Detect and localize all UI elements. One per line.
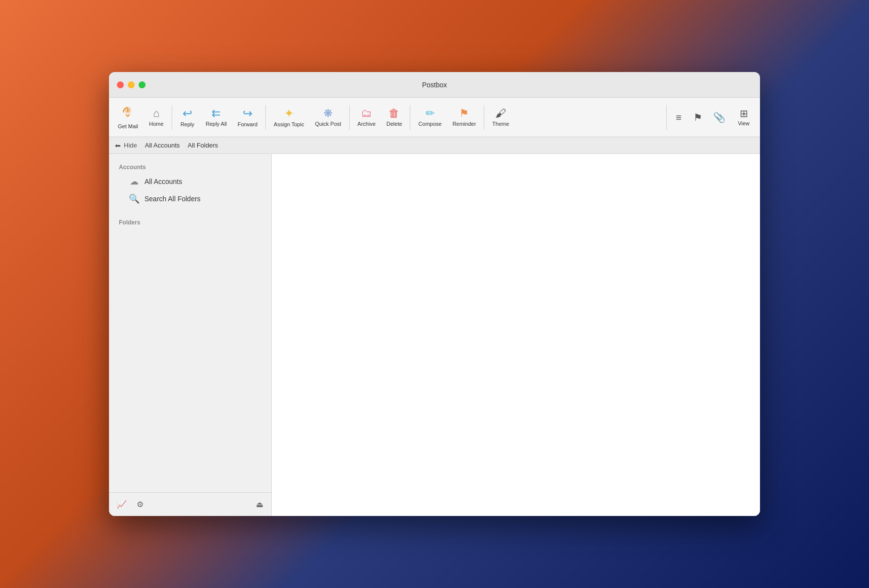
breadcrumb-bar: ⬅ Hide All Accounts All Folders	[109, 137, 760, 154]
reply-all-icon: ⇇	[212, 108, 220, 119]
close-button[interactable]	[117, 81, 124, 88]
reminder-icon: ⚑	[459, 108, 469, 119]
theme-icon: 🖌	[495, 108, 506, 119]
toolbar-theme[interactable]: 🖌 Theme	[487, 106, 514, 129]
archive-label: Archive	[358, 121, 376, 127]
toolbar-delete[interactable]: 🗑 Delete	[382, 106, 407, 129]
sidebar-item-search-all-folders[interactable]: 🔍 Search All Folders	[113, 190, 267, 207]
app-window: Postbox ⬇ Get Mail ⌂ Home ↩	[109, 72, 760, 516]
settings-icon: ⚙	[137, 500, 144, 509]
search-icon: 🔍	[129, 193, 140, 204]
window-title: Postbox	[422, 81, 447, 89]
delete-icon: 🗑	[389, 108, 399, 119]
filter-settings-button[interactable]: ⚙	[135, 498, 145, 511]
delete-label: Delete	[387, 121, 402, 127]
hide-arrow-icon: ⬅	[115, 142, 121, 149]
toolbar-view[interactable]: ⊞ View	[731, 107, 756, 128]
quick-post-label: Quick Post	[315, 121, 341, 127]
flag-toolbar-icon: ⚑	[693, 112, 702, 122]
main-area: Accounts ☁ All Accounts 🔍 Search All Fol…	[109, 154, 760, 516]
toolbar-get-mail[interactable]: ⬇ Get Mail	[113, 104, 143, 131]
toolbar-sep-5	[484, 105, 484, 130]
quick-post-icon: ❋	[324, 108, 332, 119]
toolbar-assign-topic[interactable]: ✦ Assign Topic	[269, 106, 309, 129]
toolbar-sep-1	[172, 105, 172, 130]
assign-topic-label: Assign Topic	[274, 121, 304, 127]
breadcrumb-all-folders[interactable]: All Folders	[188, 142, 218, 149]
folders-section-label: Folders	[109, 215, 271, 228]
cloud-icon: ☁	[129, 176, 140, 187]
activity-button[interactable]: 📈	[115, 498, 129, 511]
hide-label: Hide	[124, 142, 137, 149]
all-accounts-label: All Accounts	[145, 178, 182, 185]
compose-icon: ✏	[426, 108, 434, 119]
reply-all-label: Reply All	[206, 121, 227, 127]
accounts-section-label: Accounts	[109, 160, 271, 173]
toolbar-sep-right	[666, 105, 667, 130]
theme-label: Theme	[492, 121, 509, 127]
sidebar-item-all-accounts[interactable]: ☁ All Accounts	[113, 173, 267, 190]
reply-icon: ↩	[182, 108, 192, 119]
get-mail-icon: ⬇	[121, 106, 135, 121]
toolbar-home[interactable]: ⌂ Home	[144, 106, 169, 129]
minimize-button[interactable]	[128, 81, 135, 88]
signout-icon: ⏏	[256, 500, 263, 509]
toolbar-reply-all[interactable]: ⇇ Reply All	[201, 106, 232, 129]
toolbar-quick-post[interactable]: ❋ Quick Post	[310, 106, 346, 129]
reply-label: Reply	[181, 121, 194, 127]
toolbar-sep-4	[410, 105, 410, 130]
archive-icon: 🗂	[361, 108, 372, 119]
svg-text:⬇: ⬇	[126, 108, 130, 113]
forward-label: Forward	[238, 121, 257, 127]
reminder-label: Reminder	[452, 121, 476, 127]
view-icon: ⊞	[740, 109, 748, 118]
maximize-button[interactable]	[139, 81, 145, 88]
toolbar-compose[interactable]: ✏ Compose	[413, 106, 446, 129]
home-icon: ⌂	[153, 108, 159, 119]
assign-topic-icon: ✦	[284, 108, 294, 119]
toolbar-right: ≡ ⚑ 📎 ⊞ View	[664, 105, 756, 130]
toolbar-reply[interactable]: ↩ Reply	[175, 106, 200, 129]
menu-icon: ≡	[676, 112, 682, 122]
toolbar-archive[interactable]: 🗂 Archive	[353, 106, 381, 129]
toolbar-sep-3	[349, 105, 350, 130]
search-all-folders-label: Search All Folders	[145, 195, 201, 203]
hide-button[interactable]: ⬅ Hide	[115, 142, 137, 149]
sidebar: Accounts ☁ All Accounts 🔍 Search All Fol…	[109, 154, 272, 516]
toolbar-clip[interactable]: 📎	[708, 110, 730, 124]
titlebar: Postbox	[109, 72, 760, 98]
content-pane	[272, 154, 760, 516]
clip-icon: 📎	[713, 112, 725, 122]
breadcrumb-all-accounts[interactable]: All Accounts	[145, 142, 180, 149]
toolbar-menu[interactable]: ≡	[670, 110, 688, 124]
window-controls	[117, 81, 145, 88]
compose-label: Compose	[418, 121, 441, 127]
toolbar-forward[interactable]: ↪ Forward	[233, 106, 262, 129]
forward-icon: ↪	[243, 108, 253, 119]
toolbar-reminder[interactable]: ⚑ Reminder	[447, 106, 481, 129]
activity-icon: 📈	[117, 500, 127, 509]
signout-button[interactable]: ⏏	[254, 498, 265, 511]
sidebar-content: Accounts ☁ All Accounts 🔍 Search All Fol…	[109, 154, 271, 492]
sidebar-bottom: 📈 ⚙ ⏏	[109, 492, 271, 516]
toolbar: ⬇ Get Mail ⌂ Home ↩ Reply ⇇ Reply All ↪ …	[109, 98, 760, 137]
view-label: View	[738, 120, 750, 126]
toolbar-sep-2	[265, 105, 266, 130]
toolbar-flag[interactable]: ⚑	[688, 110, 707, 124]
home-label: Home	[149, 121, 163, 127]
get-mail-label: Get Mail	[118, 123, 138, 129]
